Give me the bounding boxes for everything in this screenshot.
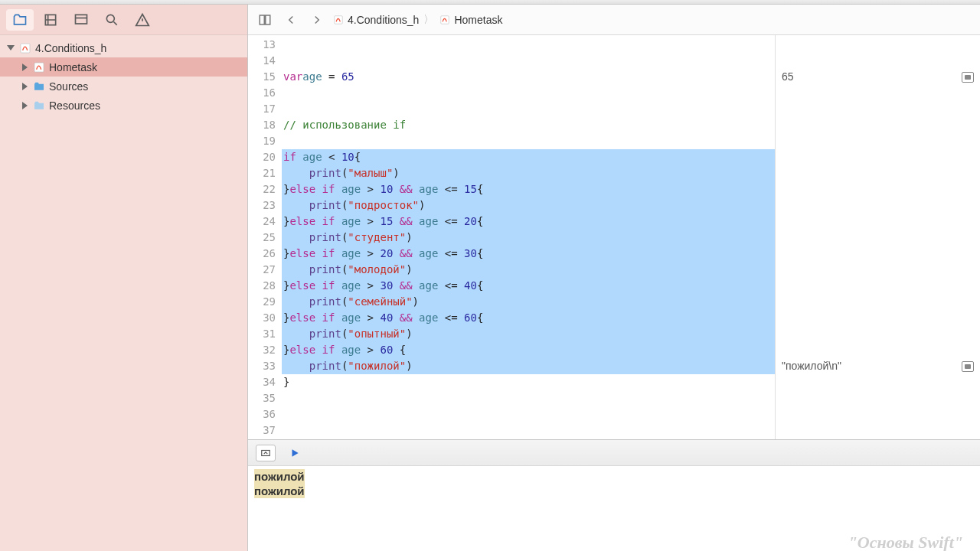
svg-rect-1: [76, 15, 87, 24]
folder-icon: [32, 80, 46, 93]
code-line[interactable]: }else if age > 40 && age <= 60{: [282, 310, 775, 326]
main-layout: 4.Conditions_h HometaskSourcesResources …: [0, 5, 980, 551]
code-line[interactable]: }else if age > 10 && age <= 15{: [282, 181, 775, 197]
result-row: [776, 342, 980, 358]
disclosure-triangle-down-icon[interactable]: [6, 44, 15, 53]
code-line[interactable]: [282, 85, 775, 101]
result-row: 65: [776, 69, 980, 85]
find-navigator-icon[interactable]: [67, 9, 95, 31]
code-line[interactable]: [282, 101, 775, 117]
code-line[interactable]: varage = 65: [282, 69, 775, 85]
tree-item[interactable]: Sources: [0, 77, 247, 96]
breadcrumb-project[interactable]: 4.Conditions_h: [348, 14, 419, 26]
navigator-sidebar: 4.Conditions_h HometaskSourcesResources: [0, 5, 248, 551]
result-row: [776, 181, 980, 197]
result-row: [776, 197, 980, 214]
line-number: 17: [248, 101, 276, 117]
swift-file-icon: [332, 14, 345, 26]
code-line[interactable]: if age < 10{: [282, 149, 775, 165]
line-number: 22: [248, 181, 276, 197]
debug-bar: [248, 439, 980, 465]
line-number: 34: [248, 374, 276, 390]
folder-icon: [32, 99, 46, 112]
result-row: [776, 37, 980, 53]
code-line[interactable]: [282, 53, 775, 69]
line-gutter: 1314151617181920212223242526272829303132…: [248, 35, 282, 439]
line-number: 26: [248, 246, 276, 262]
svg-rect-3: [21, 44, 30, 53]
swift-file-icon: [439, 14, 451, 26]
code-line[interactable]: [282, 422, 775, 439]
disclosure-triangle-right-icon[interactable]: [20, 63, 29, 72]
tree-item[interactable]: Hometask: [0, 57, 247, 77]
project-navigator-tab-icon[interactable]: [6, 9, 34, 31]
run-button-icon[interactable]: [285, 445, 305, 461]
quicklook-icon[interactable]: [962, 72, 974, 83]
svg-rect-8: [441, 15, 449, 24]
code-line[interactable]: [282, 390, 775, 406]
tree-root-row[interactable]: 4.Conditions_h: [0, 38, 247, 57]
breadcrumb-file[interactable]: Hometask: [454, 14, 502, 26]
result-row: [776, 230, 980, 246]
result-row: [776, 390, 980, 406]
code-line[interactable]: }: [282, 374, 775, 390]
result-value: 65: [782, 69, 794, 85]
disclosure-triangle-right-icon[interactable]: [20, 101, 29, 110]
nav-forward-icon[interactable]: [306, 9, 328, 31]
disclosure-triangle-right-icon[interactable]: [20, 82, 29, 91]
code-line[interactable]: }else if age > 20 && age <= 30{: [282, 246, 775, 262]
svg-point-2: [106, 15, 114, 22]
result-row: [776, 149, 980, 165]
breadcrumb[interactable]: 4.Conditions_h 〉 Hometask: [332, 13, 502, 27]
code-line[interactable]: }else if age > 15 && age <= 20{: [282, 214, 775, 230]
tree-root-label: 4.Conditions_h: [35, 42, 106, 54]
issues-navigator-icon[interactable]: [129, 9, 156, 31]
result-row: [776, 406, 980, 422]
code-line[interactable]: }else if age > 30 && age <= 40{: [282, 278, 775, 294]
line-number: 14: [248, 53, 276, 69]
result-row: [776, 278, 980, 294]
code-line[interactable]: print("семейный"): [282, 294, 775, 310]
line-number: 25: [248, 230, 276, 246]
code-line[interactable]: print("малыш"): [282, 165, 775, 181]
result-row: [776, 101, 980, 117]
console-output[interactable]: пожилой пожилой "Основы Swift": [248, 465, 980, 551]
playground-icon: [18, 41, 32, 55]
quicklook-icon[interactable]: [962, 361, 974, 372]
tree-item-label: Sources: [49, 80, 88, 93]
code-line[interactable]: [282, 37, 775, 53]
code-editor[interactable]: varage = 65 // использование if if age <…: [282, 35, 775, 439]
line-number: 18: [248, 117, 276, 133]
line-number: 23: [248, 197, 276, 214]
line-number: 32: [248, 342, 276, 358]
editor-body: 1314151617181920212223242526272829303132…: [248, 35, 980, 439]
code-line[interactable]: }else if age > 60 {: [282, 342, 775, 358]
tree-item[interactable]: Resources: [0, 96, 247, 115]
debug-console-toggle-icon[interactable]: [256, 445, 276, 461]
code-line[interactable]: [282, 406, 775, 422]
result-value: "пожилой\n": [782, 358, 841, 374]
code-line[interactable]: print("студент"): [282, 230, 775, 246]
related-items-icon[interactable]: [254, 9, 276, 31]
svg-rect-6: [266, 15, 270, 24]
chevron-right-icon: 〉: [423, 13, 434, 27]
line-number: 16: [248, 85, 276, 101]
line-number: 15: [248, 69, 276, 85]
result-row: [776, 133, 980, 149]
code-line[interactable]: print("пожилой"): [282, 358, 775, 374]
console-line: пожилой: [254, 484, 305, 498]
tree-item-label: Resources: [49, 99, 100, 112]
result-row: [776, 310, 980, 326]
result-row: [776, 117, 980, 133]
result-row: [776, 214, 980, 230]
line-number: 37: [248, 422, 276, 439]
nav-back-icon[interactable]: [280, 9, 302, 31]
editor-pane: 4.Conditions_h 〉 Hometask 13141516171819…: [248, 5, 980, 551]
search-icon[interactable]: [98, 9, 126, 31]
code-line[interactable]: // использование if: [282, 117, 775, 133]
code-line[interactable]: print("опытный"): [282, 326, 775, 342]
code-line[interactable]: [282, 133, 775, 149]
code-line[interactable]: print("подросток"): [282, 197, 775, 214]
symbol-navigator-icon[interactable]: [37, 9, 64, 31]
code-line[interactable]: print("молодой"): [282, 262, 775, 278]
